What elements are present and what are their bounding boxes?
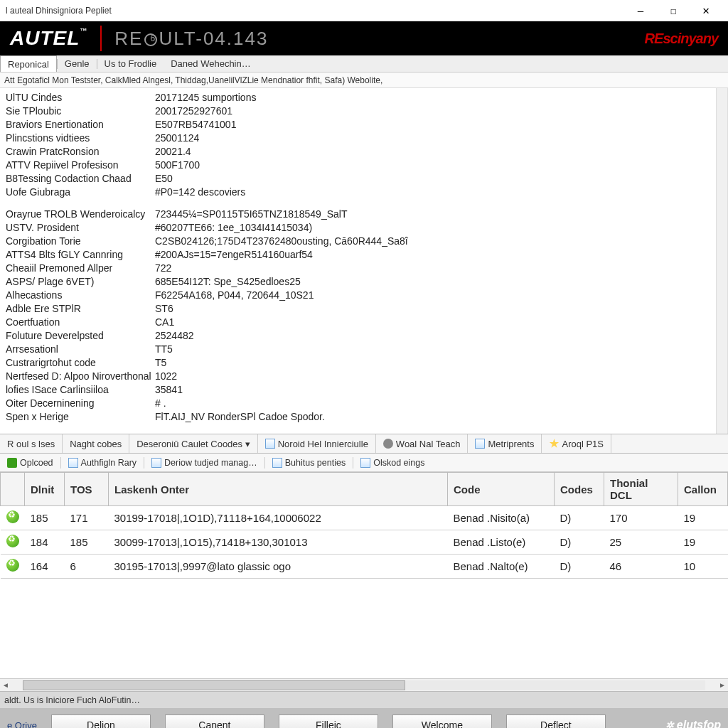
report-key: Uofe Giubraga <box>6 186 155 199</box>
document-icon <box>68 458 78 468</box>
document-icon <box>265 439 275 449</box>
report-row: ArrsesationlTT5 <box>6 343 722 356</box>
report-row: UlTU Cindes20171245 sumportions <box>6 91 722 105</box>
scroll-thumb[interactable] <box>23 680 405 690</box>
report-row: Sie TPloubic20017252927601 <box>6 105 722 118</box>
cell-callon: 19 <box>678 530 728 555</box>
canent-button[interactable]: Canent <box>165 714 264 728</box>
table-row[interactable]: 164630195-17013|,9997@lato glassic ogoBe… <box>1 555 728 579</box>
tool-oplcoed[interactable]: Oplcoed <box>0 454 60 471</box>
scroll-right-arrow[interactable]: ► <box>717 681 728 689</box>
menu-frodlie[interactable]: Us to Frodlie <box>97 55 164 72</box>
tab-aroql[interactable]: Aroql P1S <box>542 434 611 453</box>
menu-wehechin[interactable]: Daned Wehechin… <box>164 55 258 72</box>
col-codes[interactable]: Codes <box>555 473 604 506</box>
menu-reponical[interactable]: Reponical <box>0 55 57 72</box>
row-icon-cell <box>1 530 25 555</box>
report-row: USTV. Prosident#60207TE66: 1ee_1034I4141… <box>6 221 722 235</box>
report-key: Spen x Herige <box>6 410 155 424</box>
scroll-left-arrow[interactable]: ◄ <box>0 681 11 689</box>
scroll-track[interactable] <box>23 680 705 690</box>
report-value: # . <box>155 397 722 410</box>
tool-deriow[interactable]: Deriow tudjed manag… <box>144 454 264 471</box>
report-value: PP64194155RE, AITFRT460-(88164) <box>155 432 722 434</box>
star-icon <box>549 439 559 449</box>
tab-deseron[interactable]: Deseroniū Caulet Coodes ▾ <box>129 434 257 453</box>
report-key: B8Tessing Codaction Chaad <box>6 172 155 186</box>
partner-logo: REscinyany <box>645 31 718 47</box>
col-tos[interactable]: TOS <box>65 473 109 506</box>
report-value: 1022 <box>155 370 722 383</box>
tab-woal[interactable]: Woal Nal Teach <box>376 434 469 453</box>
cell-tos: 185 <box>65 530 109 555</box>
cell-tos: 171 <box>65 506 109 530</box>
report-key: ATTV Repiivel Profesison <box>6 159 155 172</box>
table-row[interactable]: 18418530099-17013|,1O15),71418+130,30101… <box>1 530 728 555</box>
report-key: Custrarigrtohut code <box>6 356 155 370</box>
tab-metri[interactable]: Metriprents <box>468 434 542 453</box>
minimize-button[interactable]: — <box>624 0 657 21</box>
lower-tabs: R oul s lses Naght cobes Deseroniū Caule… <box>0 434 728 454</box>
tool-buhitus[interactable]: Buhitus penties <box>265 454 353 471</box>
report-value: C2SB024126;175D4T23762480ousting, Cā60R4… <box>155 235 722 248</box>
cell-dlnit: 164 <box>25 555 65 579</box>
report-value: 722 <box>155 262 722 275</box>
report-key: Sie TPloubic <box>6 105 155 118</box>
window-title: l auteal Dhinsigniora Pepliet <box>6 6 624 16</box>
report-row: ATTS4 Blts fGLY Cannring#200AJs=15=7enge… <box>6 248 722 262</box>
report-row: Plincstions vidtiees25001124 <box>6 132 722 145</box>
recycle-icon <box>6 559 19 572</box>
cell-code: Benad .Listo(e) <box>448 530 555 555</box>
document-icon <box>475 439 485 449</box>
report-value: TT5 <box>155 343 722 356</box>
menu-genle[interactable]: Genle <box>58 55 97 72</box>
cell-callon: 19 <box>678 506 728 530</box>
delion-button[interactable]: Delion <box>51 714 151 728</box>
cell-codes: D) <box>555 530 604 555</box>
col-icon[interactable] <box>1 473 25 506</box>
brand-divider <box>100 26 102 51</box>
deflect-button[interactable]: Deflect <box>506 714 606 728</box>
square-icon <box>7 458 17 468</box>
col-code[interactable]: Code <box>448 473 555 506</box>
report-scrollbar[interactable] <box>716 88 727 434</box>
tool-authfigln[interactable]: Authfigln Rary <box>61 454 144 471</box>
col-dcl[interactable]: Thonial DCL <box>604 473 678 506</box>
report-row: CoertfuationCA1 <box>6 316 722 329</box>
report-row: Crawin PratcRonsion20021.4 <box>6 145 722 159</box>
col-callon[interactable]: Callon <box>678 473 728 506</box>
report-row: Nertfesed D: Alpoo Niroverthonal1022 <box>6 370 722 383</box>
document-icon <box>151 458 161 468</box>
tab-noroid[interactable]: Noroid Hel Innierciulle <box>258 434 376 453</box>
report-key: Coertfuation <box>6 316 155 329</box>
close-button[interactable]: ✕ <box>690 0 722 21</box>
cell-dcl: 170 <box>604 506 678 530</box>
report-key: Messable Culirmuntioe Sart <box>6 432 155 434</box>
table-row[interactable]: 18517130199-17018|,1O1D),71118+164,10006… <box>1 506 728 530</box>
maximize-button[interactable]: ☐ <box>657 0 690 21</box>
report-row: Adble Ere STPlRST6 <box>6 302 722 316</box>
bottom-bar: e Orive Delion Canent Filleic Welcome De… <box>0 708 728 728</box>
report-key: Foluture Deverelpsted <box>6 329 155 343</box>
col-dlnit[interactable]: Dlnit <box>25 473 65 506</box>
report-row: Custrarigrtohut codeT5 <box>6 356 722 370</box>
report-key: UlTU Cindes <box>6 91 155 105</box>
drive-label: e Orive <box>7 720 37 729</box>
filleic-button[interactable]: Filleic <box>279 714 378 728</box>
tab-routs[interactable]: R oul s lses <box>0 434 63 453</box>
gear-icon: ✲ <box>665 719 674 728</box>
grid-hscroll[interactable]: ◄ ► <box>0 678 728 691</box>
tab-naght[interactable]: Naght cobes <box>63 434 129 453</box>
welcome-button[interactable]: Welcome <box>392 714 492 728</box>
report-key: Nertfesed D: Alpoo Niroverthonal <box>6 370 155 383</box>
tool-olskod[interactable]: Olskod eings <box>353 454 432 471</box>
report-value: 500F1700 <box>155 159 722 172</box>
report-key: Crawin PratcRonsion <box>6 145 155 159</box>
gear-icon <box>383 439 393 449</box>
report-row: Corgibation TorieC2SB024126;175D4T237624… <box>6 235 722 248</box>
window-titlebar: l auteal Dhinsigniora Pepliet — ☐ ✕ <box>0 0 728 21</box>
report-value: 20021.4 <box>155 145 722 159</box>
report-panel: UlTU Cindes20171245 sumportionsSie TPlou… <box>0 88 728 434</box>
col-onter[interactable]: Laskenh Onter <box>109 473 448 506</box>
report-row: Cheaiil Premoned Allper722 <box>6 262 722 275</box>
